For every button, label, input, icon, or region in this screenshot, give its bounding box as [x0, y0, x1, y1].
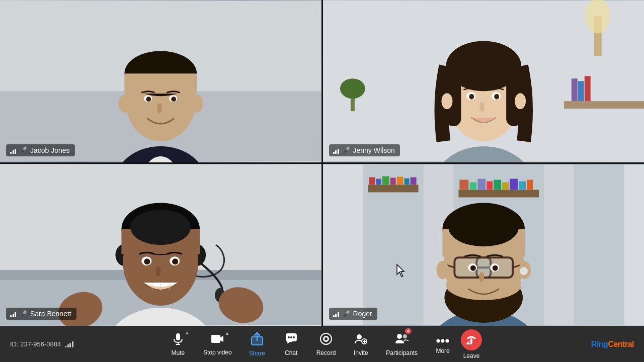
chat-label: Chat: [285, 349, 297, 356]
svg-rect-69: [376, 178, 381, 185]
video-tile-roger[interactable]: 🎤 Roger: [323, 164, 645, 326]
leave-wrapper: Leave: [461, 329, 482, 359]
participant-label-jenny: 🎤 Jenny Wilson: [329, 144, 400, 156]
meeting-id: ID: 237-956-0884: [10, 340, 61, 348]
svg-point-12: [146, 97, 151, 102]
record-label: Record: [316, 349, 336, 356]
svg-point-55: [144, 258, 150, 264]
chat-icon: [285, 332, 298, 347]
video-grid: 🎤 Jacob Jones: [0, 0, 644, 326]
participants-icon: 4: [394, 332, 410, 347]
video-tile-jacob[interactable]: 🎤 Jacob Jones: [0, 0, 321, 162]
leave-button[interactable]: [461, 329, 482, 350]
svg-point-120: [357, 334, 362, 339]
invite-button[interactable]: Invite: [345, 329, 377, 359]
participants-count: 4: [405, 328, 412, 334]
svg-point-13: [171, 97, 176, 102]
svg-point-103: [470, 265, 475, 270]
svg-rect-21: [571, 78, 577, 101]
chat-button[interactable]: Chat: [275, 329, 307, 359]
svg-point-128: [446, 339, 449, 342]
mic-icon-jenny: 🎤: [342, 146, 350, 154]
svg-rect-65: [543, 164, 574, 325]
svg-point-127: [441, 339, 445, 342]
svg-rect-84: [527, 179, 533, 190]
brand-name: RingCentral: [591, 339, 634, 349]
participant-label-roger: 🎤 Roger: [329, 308, 377, 320]
svg-rect-75: [458, 190, 539, 197]
more-icon: [436, 334, 449, 345]
svg-point-36: [494, 94, 499, 100]
svg-rect-77: [469, 182, 476, 190]
svg-rect-83: [519, 181, 526, 190]
share-button[interactable]: Share: [241, 329, 273, 360]
signal-icon-roger: [333, 310, 339, 317]
svg-rect-67: [368, 185, 418, 192]
participants-button[interactable]: 4 Participants: [379, 329, 425, 359]
stop-video-icon: ▲: [210, 333, 224, 347]
stop-video-button[interactable]: ▲ Stop video: [196, 330, 239, 359]
toolbar-left: ID: 237-956-0884: [10, 340, 73, 348]
svg-point-91: [448, 208, 519, 246]
mute-button[interactable]: ▲ Mute: [162, 329, 194, 359]
mute-label: Mute: [172, 349, 185, 356]
more-label: More: [436, 347, 449, 354]
participant-name-roger: Roger: [353, 310, 372, 318]
mic-icon-sara: 🎤: [19, 310, 27, 318]
mute-icon: ▲: [172, 332, 185, 347]
svg-point-105: [436, 261, 448, 279]
svg-rect-66: [624, 164, 644, 325]
share-icon: [251, 332, 264, 348]
svg-rect-78: [477, 178, 486, 190]
svg-rect-79: [487, 181, 493, 190]
svg-rect-9: [124, 73, 197, 94]
participant-name-jenny: Jenny Wilson: [353, 146, 395, 154]
video-tile-jenny[interactable]: 🎤 Jenny Wilson: [323, 0, 645, 162]
video-tile-sara[interactable]: 🎤 Sara Bennett: [0, 164, 321, 326]
invite-label: Invite: [354, 349, 368, 356]
svg-point-124: [397, 334, 402, 339]
svg-rect-74: [410, 177, 416, 185]
svg-point-38: [515, 93, 526, 109]
record-button[interactable]: Record: [309, 329, 343, 359]
svg-rect-81: [502, 182, 509, 190]
svg-point-25: [340, 78, 365, 99]
svg-rect-23: [584, 76, 590, 101]
signal-icon-jacob: [10, 147, 16, 154]
toolbar-center: ▲ Mute ▲ Stop video: [162, 329, 482, 360]
participant-label-sara: 🎤 Sara Bennett: [6, 308, 76, 320]
invite-icon: [354, 332, 367, 347]
svg-rect-68: [369, 177, 375, 185]
svg-rect-71: [390, 177, 395, 185]
stop-video-label: Stop video: [203, 349, 232, 356]
participants-label: Participants: [386, 349, 418, 356]
svg-point-52: [130, 210, 191, 245]
svg-rect-63: [323, 164, 363, 325]
svg-point-107: [520, 267, 528, 275]
share-label: Share: [249, 350, 265, 357]
svg-rect-73: [404, 178, 409, 185]
svg-rect-111: [211, 335, 220, 343]
participant-label-jacob: 🎤 Jacob Jones: [6, 144, 75, 156]
more-button[interactable]: More: [427, 331, 459, 357]
mic-icon-jacob: 🎤: [19, 146, 27, 154]
toolbar: ID: 237-956-0884 ▲ Mute: [0, 326, 644, 362]
brand-logo: RingCentral: [591, 339, 634, 349]
svg-rect-80: [494, 179, 501, 190]
signal-icon-sara: [10, 310, 16, 317]
svg-point-115: [290, 336, 292, 338]
participant-name-sara: Sara Bennett: [30, 310, 71, 318]
svg-point-114: [288, 336, 290, 338]
svg-point-104: [492, 265, 498, 270]
signal-strength: [65, 341, 73, 347]
svg-rect-20: [564, 101, 644, 109]
svg-point-125: [403, 334, 407, 338]
svg-rect-22: [578, 81, 584, 101]
svg-point-15: [191, 95, 203, 113]
svg-point-119: [325, 337, 328, 340]
svg-point-56: [172, 258, 178, 264]
leave-label: Leave: [463, 352, 480, 359]
svg-point-14: [118, 95, 130, 113]
mic-icon-roger: 🎤: [342, 310, 350, 318]
svg-point-37: [441, 93, 452, 109]
